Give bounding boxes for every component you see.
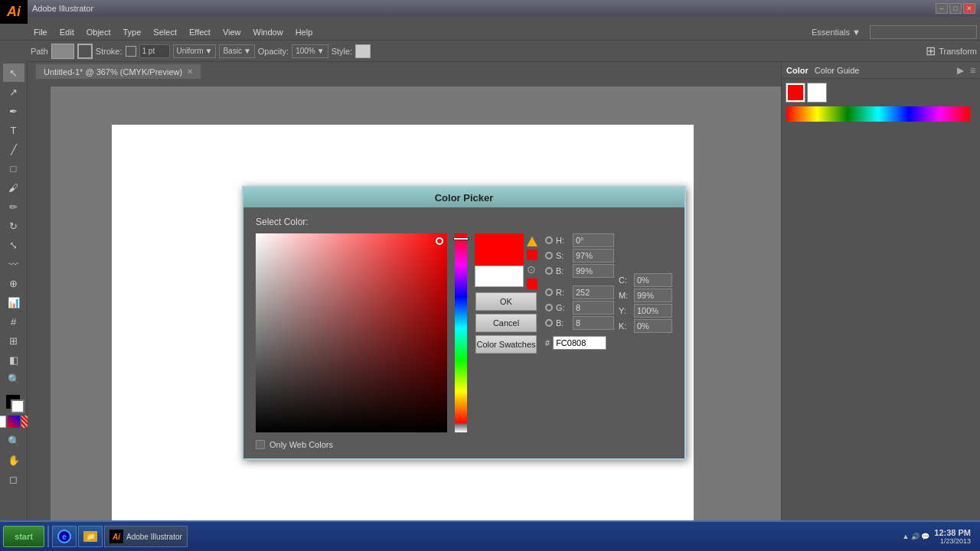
background-color[interactable] — [808, 83, 826, 102]
g-input[interactable] — [573, 301, 614, 315]
color-tab[interactable]: Color — [786, 66, 808, 75]
chart-tool[interactable]: 📊 — [3, 293, 24, 311]
color-guide-tab[interactable]: Color Guide — [815, 66, 860, 75]
eyedropper-tool[interactable]: 🔍 — [3, 370, 24, 388]
ie-icon: e — [57, 530, 71, 543]
line-tool[interactable]: ╱ — [3, 140, 24, 158]
panel-header: Color Color Guide ▶ ≡ — [782, 62, 980, 79]
stroke-weight[interactable] — [139, 44, 170, 58]
b-input[interactable] — [573, 264, 614, 278]
menu-effect[interactable]: Effect — [183, 24, 217, 41]
s-radio[interactable] — [545, 252, 553, 259]
gradient-box[interactable] — [8, 416, 20, 428]
gradient-cursor — [436, 237, 443, 245]
r-radio[interactable] — [545, 289, 553, 296]
opacity-dropdown[interactable]: 100% ▼ — [292, 44, 328, 58]
menu-bar: File Edit Object Type Select Effect View… — [0, 24, 980, 41]
stroke-type-dropdown[interactable]: Uniform ▼ — [173, 44, 217, 58]
m-input[interactable] — [634, 289, 672, 302]
menu-object[interactable]: Object — [80, 24, 117, 41]
warp-tool[interactable]: 〰 — [3, 255, 24, 273]
selection-tool[interactable]: ↖ — [3, 64, 24, 82]
close-button[interactable]: ✕ — [963, 3, 975, 14]
shape-builder-tool[interactable]: ⊞ — [3, 331, 24, 350]
color-gradient-picker[interactable] — [256, 233, 447, 432]
y-input[interactable] — [634, 304, 672, 318]
ok-button[interactable]: OK — [475, 292, 537, 311]
stroke-box[interactable] — [11, 399, 24, 413]
taskbar: start e 📁 Ai Adobe Illustrator ▲ 🔊 💬 12:… — [0, 520, 980, 551]
none-box[interactable] — [0, 416, 6, 428]
g-label: G: — [556, 303, 570, 312]
tab-bar: Untitled-1* @ 367% (CMYK/Preview) ✕ — [28, 62, 781, 79]
menu-help[interactable]: Help — [289, 24, 319, 41]
style-swatch[interactable] — [355, 44, 371, 58]
foreground-color[interactable] — [786, 83, 805, 102]
document-tab[interactable]: Untitled-1* @ 367% (CMYK/Preview) ✕ — [35, 64, 201, 79]
h-input[interactable] — [573, 233, 614, 247]
type-tool[interactable]: T — [3, 121, 24, 139]
essentials-label[interactable]: Essentials ▼ — [805, 28, 867, 37]
menu-file[interactable]: File — [28, 24, 54, 41]
fill-swatch[interactable] — [51, 44, 74, 59]
color-swatches-button[interactable]: Color Swatches — [475, 335, 537, 354]
menu-edit[interactable]: Edit — [54, 24, 80, 41]
taskbar-ai[interactable]: Ai Adobe Illustrator — [104, 526, 188, 547]
stroke-style-dropdown[interactable]: Basic ▼ — [219, 44, 254, 58]
hex-input[interactable] — [553, 336, 606, 350]
stroke-swatch[interactable] — [77, 44, 93, 59]
color-spectrum[interactable] — [786, 106, 970, 122]
panel-forward-btn[interactable]: ▶ — [957, 65, 964, 76]
hand-tool[interactable]: ✋ — [3, 451, 24, 469]
out-of-gamut-fix[interactable] — [527, 249, 537, 260]
b2-label: B: — [556, 318, 570, 328]
minimize-button[interactable]: – — [936, 3, 948, 14]
mesh-tool[interactable]: # — [3, 312, 24, 331]
zoom-tool[interactable]: 🔍 — [3, 432, 24, 450]
paintbrush-tool[interactable]: 🖌 — [3, 178, 24, 197]
opacity-label: Opacity: — [258, 47, 289, 56]
maximize-button[interactable]: □ — [949, 3, 962, 14]
r-input[interactable] — [573, 285, 614, 299]
b2-radio[interactable] — [545, 319, 553, 327]
menu-view[interactable]: View — [217, 24, 247, 41]
taskbar-folder[interactable]: 📁 — [78, 526, 103, 547]
hue-slider-container — [455, 233, 467, 432]
transform-panel-btn[interactable]: ⊞ — [926, 44, 936, 58]
k-input[interactable] — [634, 319, 672, 333]
scale-tool[interactable]: ⤡ — [3, 236, 24, 254]
b-radio[interactable] — [545, 267, 553, 275]
color-boxes[interactable] — [3, 392, 24, 413]
search-input[interactable] — [870, 25, 977, 39]
cancel-button[interactable]: Cancel — [475, 314, 537, 332]
menu-type[interactable]: Type — [117, 24, 148, 41]
ai-logo: Ai — [0, 0, 28, 24]
hue-slider[interactable] — [455, 233, 467, 423]
c-input[interactable] — [634, 273, 672, 287]
pencil-tool[interactable]: ✏ — [3, 197, 24, 216]
rotate-tool[interactable]: ↻ — [3, 217, 24, 235]
pen-tool[interactable]: ✒ — [3, 102, 24, 120]
b2-input[interactable] — [573, 316, 614, 330]
transform-label[interactable]: Transform — [939, 47, 977, 56]
r-label: R: — [556, 288, 570, 297]
taskbar-ie[interactable]: e — [52, 526, 77, 547]
only-web-checkbox[interactable] — [256, 440, 265, 449]
start-button[interactable]: start — [3, 526, 44, 547]
s-input[interactable] — [573, 249, 614, 262]
rect-tool[interactable]: □ — [3, 159, 24, 178]
web-safe-fix[interactable] — [527, 279, 537, 289]
menu-window[interactable]: Window — [247, 24, 289, 41]
panel-menu-btn[interactable]: ≡ — [970, 65, 975, 76]
blend-tool[interactable]: ⊕ — [3, 274, 24, 292]
slice-tool[interactable]: ◻ — [3, 470, 24, 488]
only-web-label: Only Web Colors — [270, 440, 333, 449]
tab-close-btn[interactable]: ✕ — [187, 67, 193, 76]
menu-select[interactable]: Select — [147, 24, 183, 41]
stroke-color[interactable] — [126, 46, 136, 57]
perspective-tool[interactable]: ◧ — [3, 350, 24, 369]
g-radio[interactable] — [545, 304, 553, 311]
h-radio[interactable] — [545, 236, 553, 244]
direct-selection-tool[interactable]: ↗ — [3, 83, 24, 101]
c-label: C: — [619, 276, 631, 285]
